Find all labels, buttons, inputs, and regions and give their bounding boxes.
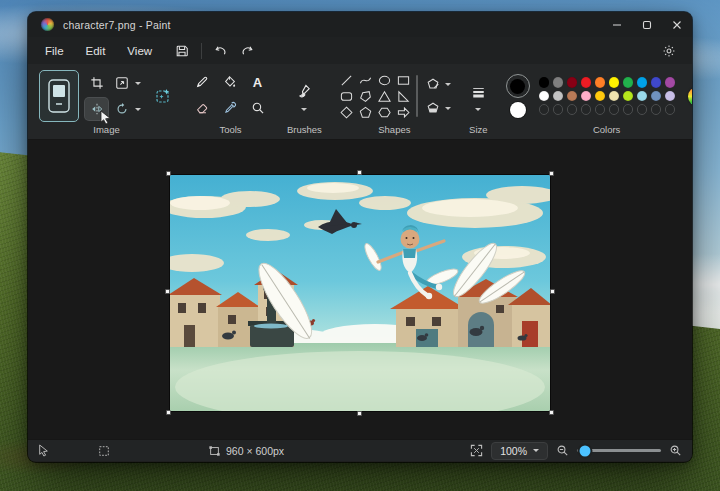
selection-handle[interactable] bbox=[549, 171, 554, 176]
paint-window: character7.png - Paint File Edit View bbox=[28, 12, 692, 462]
fit-to-screen-button[interactable] bbox=[470, 444, 483, 457]
shape-outline-dropdown[interactable] bbox=[423, 75, 451, 93]
color-swatch[interactable] bbox=[539, 77, 550, 88]
close-button[interactable] bbox=[662, 12, 692, 37]
custom-color-slot[interactable] bbox=[581, 104, 592, 115]
redo-button[interactable] bbox=[234, 40, 260, 62]
canvas-area[interactable] bbox=[28, 140, 692, 439]
color-swatch[interactable] bbox=[609, 91, 620, 102]
zoom-slider-thumb[interactable] bbox=[580, 445, 591, 456]
color-swatch[interactable] bbox=[553, 77, 564, 88]
color-swatch[interactable] bbox=[665, 91, 676, 102]
color-swatch[interactable] bbox=[581, 91, 592, 102]
shape-polygon-icon[interactable] bbox=[357, 89, 374, 104]
zoom-level-dropdown[interactable]: 100% bbox=[491, 442, 548, 460]
pencil-tool-icon[interactable] bbox=[190, 71, 213, 93]
custom-color-slot[interactable] bbox=[665, 104, 676, 115]
shape-fill-dropdown[interactable] bbox=[423, 99, 451, 117]
canvas-image[interactable] bbox=[170, 175, 550, 411]
color-swatch[interactable] bbox=[595, 77, 606, 88]
crop-button[interactable] bbox=[85, 72, 108, 94]
color-swatch[interactable] bbox=[567, 77, 578, 88]
settings-gear-icon[interactable] bbox=[656, 40, 682, 62]
selection-handle[interactable] bbox=[549, 410, 554, 415]
selection-handle[interactable] bbox=[550, 289, 555, 294]
maximize-button[interactable] bbox=[632, 12, 662, 37]
color-swatch[interactable] bbox=[651, 91, 662, 102]
desktop: character7.png - Paint File Edit View bbox=[0, 0, 720, 491]
custom-color-slot[interactable] bbox=[623, 104, 634, 115]
title-bar[interactable]: character7.png - Paint bbox=[28, 12, 692, 37]
custom-color-slot[interactable] bbox=[637, 104, 648, 115]
shape-curve-icon[interactable] bbox=[357, 73, 374, 88]
ai-image-creator-button[interactable] bbox=[151, 85, 174, 107]
color-swatch[interactable] bbox=[651, 77, 662, 88]
shape-rounded-rectangle-icon[interactable] bbox=[338, 89, 355, 104]
custom-color-slot[interactable] bbox=[567, 104, 578, 115]
custom-color-slot[interactable] bbox=[595, 104, 606, 115]
zoom-in-button[interactable] bbox=[669, 444, 682, 457]
color-swatch[interactable] bbox=[609, 77, 620, 88]
group-label-tools: Tools bbox=[219, 122, 241, 139]
magnifier-tool-icon[interactable] bbox=[246, 97, 269, 119]
menu-edit[interactable]: Edit bbox=[75, 41, 117, 61]
menu-file[interactable]: File bbox=[34, 41, 75, 61]
shape-triangle-icon[interactable] bbox=[376, 89, 393, 104]
color-picker-tool-icon[interactable] bbox=[218, 97, 241, 119]
chevron-down-icon bbox=[533, 449, 539, 452]
resize-dropdown[interactable] bbox=[110, 72, 141, 94]
shape-hexagon-icon[interactable] bbox=[376, 105, 393, 120]
select-tool-button[interactable] bbox=[39, 70, 79, 122]
menu-bar: File Edit View bbox=[28, 37, 692, 64]
undo-button[interactable] bbox=[208, 40, 234, 62]
text-tool-icon[interactable]: A bbox=[246, 71, 269, 93]
chevron-down-icon[interactable] bbox=[475, 108, 481, 111]
shape-right-triangle-icon[interactable] bbox=[395, 89, 412, 104]
color-swatch[interactable] bbox=[567, 91, 578, 102]
shape-right-arrow-icon[interactable] bbox=[395, 105, 412, 120]
edit-colors-wheel-icon[interactable] bbox=[688, 87, 692, 106]
zoom-out-button[interactable] bbox=[556, 444, 569, 457]
save-button[interactable] bbox=[169, 40, 195, 62]
shape-rectangle-icon[interactable] bbox=[395, 73, 412, 88]
color-swatch[interactable] bbox=[581, 77, 592, 88]
palette-row-1 bbox=[539, 77, 676, 88]
color1-selected[interactable] bbox=[506, 74, 530, 98]
color2-swatch[interactable] bbox=[510, 102, 526, 118]
shape-line-icon[interactable] bbox=[338, 73, 355, 88]
rotate-dropdown[interactable] bbox=[110, 98, 141, 120]
custom-color-slot[interactable] bbox=[651, 104, 662, 115]
shape-oval-icon[interactable] bbox=[376, 73, 393, 88]
color-swatch[interactable] bbox=[637, 91, 648, 102]
color-swatch[interactable] bbox=[637, 77, 648, 88]
group-label-brushes: Brushes bbox=[287, 122, 322, 139]
custom-color-slot[interactable] bbox=[539, 104, 550, 115]
color-swatch[interactable] bbox=[539, 91, 550, 102]
minimize-button[interactable] bbox=[602, 12, 632, 37]
flip-button[interactable] bbox=[85, 98, 108, 120]
selection-handle[interactable] bbox=[165, 289, 170, 294]
fill-tool-icon[interactable] bbox=[218, 71, 241, 93]
selection-handle[interactable] bbox=[166, 171, 171, 176]
selection-handle[interactable] bbox=[166, 410, 171, 415]
color-swatch[interactable] bbox=[623, 91, 634, 102]
shapes-scrollbar[interactable] bbox=[416, 75, 418, 117]
chevron-down-icon[interactable] bbox=[301, 108, 307, 111]
zoom-slider[interactable] bbox=[577, 449, 661, 452]
brushes-button[interactable] bbox=[293, 81, 316, 103]
color-swatch[interactable] bbox=[623, 77, 634, 88]
group-label-size: Size bbox=[469, 122, 487, 139]
chevron-down-icon bbox=[135, 108, 141, 111]
custom-color-slot[interactable] bbox=[553, 104, 564, 115]
shape-pentagon-icon[interactable] bbox=[357, 105, 374, 120]
custom-color-slot[interactable] bbox=[609, 104, 620, 115]
selection-handle[interactable] bbox=[357, 170, 362, 175]
color-swatch[interactable] bbox=[553, 91, 564, 102]
menu-view[interactable]: View bbox=[116, 41, 163, 61]
size-button[interactable] bbox=[467, 81, 490, 103]
color-swatch[interactable] bbox=[665, 77, 676, 88]
color-swatch[interactable] bbox=[595, 91, 606, 102]
shape-diamond-icon[interactable] bbox=[338, 105, 355, 120]
selection-handle[interactable] bbox=[357, 411, 362, 416]
eraser-tool-icon[interactable] bbox=[190, 97, 213, 119]
